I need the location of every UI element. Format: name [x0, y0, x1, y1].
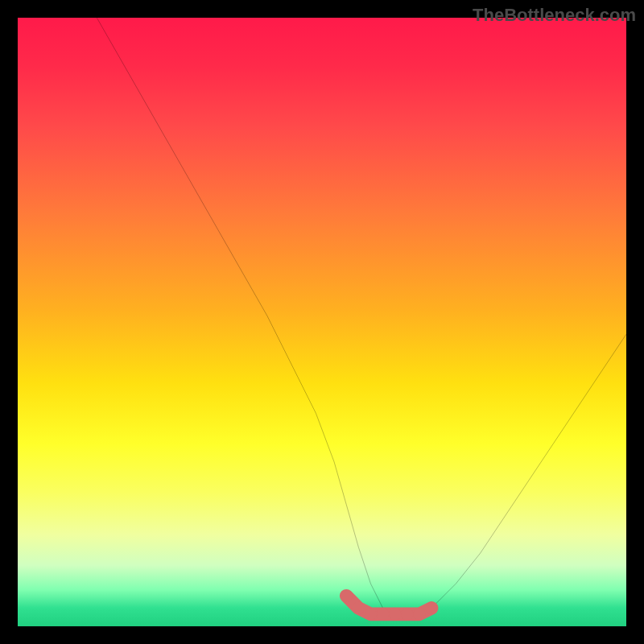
- optimal-marker: [389, 608, 401, 620]
- optimal-marker: [341, 590, 353, 602]
- optimal-marker: [353, 602, 365, 614]
- chart-svg: [18, 18, 626, 626]
- watermark-text: TheBottleneck.com: [473, 5, 636, 26]
- optimal-marker: [401, 608, 413, 620]
- optimal-marker: [365, 608, 377, 620]
- optimal-marker: [426, 602, 438, 614]
- bottleneck-curve-line: [97, 18, 626, 614]
- chart-plot-area: [18, 18, 626, 626]
- optimal-marker: [413, 608, 425, 620]
- optimal-marker: [377, 608, 389, 620]
